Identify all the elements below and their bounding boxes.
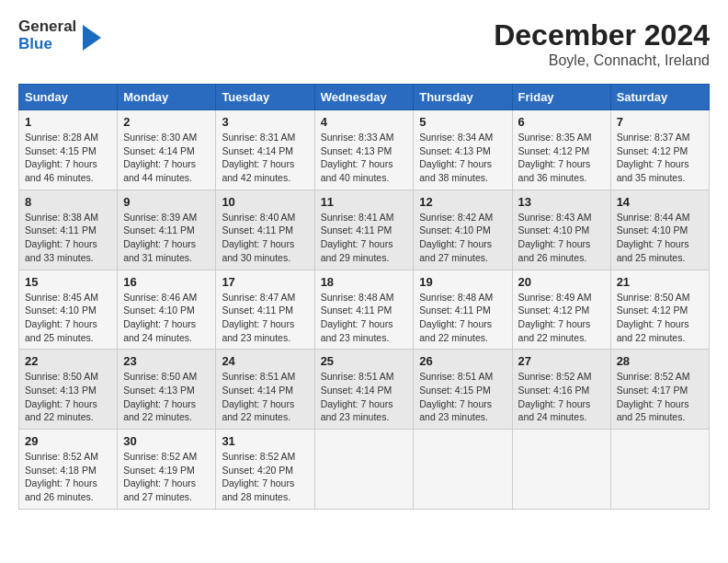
day-detail: Sunrise: 8:52 AM Sunset: 4:20 PM Dayligh… xyxy=(222,450,308,504)
daylight-minutes: and 25 minutes. xyxy=(617,252,686,263)
day-number: 28 xyxy=(617,354,703,368)
day-detail: Sunrise: 8:28 AM Sunset: 4:15 PM Dayligh… xyxy=(25,131,111,185)
sunrise-time: Sunrise: 8:41 AM xyxy=(321,212,394,223)
sunset-time: Sunset: 4:12 PM xyxy=(617,145,688,156)
calendar-cell: 10 Sunrise: 8:40 AM Sunset: 4:11 PM Dayl… xyxy=(216,190,314,270)
sunset-time: Sunset: 4:10 PM xyxy=(617,224,688,236)
column-header-saturday: Saturday xyxy=(610,85,709,110)
calendar-row: 1 Sunrise: 8:28 AM Sunset: 4:15 PM Dayli… xyxy=(19,110,710,190)
daylight-hours: Daylight: 7 hours xyxy=(25,158,97,169)
calendar-cell: 12 Sunrise: 8:42 AM Sunset: 4:10 PM Dayl… xyxy=(414,190,512,270)
sunset-time: Sunset: 4:10 PM xyxy=(518,224,590,236)
calendar-cell: 31 Sunrise: 8:52 AM Sunset: 4:20 PM Dayl… xyxy=(216,430,314,510)
day-detail: Sunrise: 8:37 AM Sunset: 4:12 PM Dayligh… xyxy=(617,131,703,185)
daylight-hours: Daylight: 7 hours xyxy=(518,238,591,249)
sunrise-time: Sunrise: 8:52 AM xyxy=(222,451,295,462)
daylight-hours: Daylight: 7 hours xyxy=(518,318,591,329)
daylight-minutes: and 22 minutes. xyxy=(419,332,488,343)
day-detail: Sunrise: 8:48 AM Sunset: 4:11 PM Dayligh… xyxy=(419,291,506,345)
sunset-time: Sunset: 4:12 PM xyxy=(617,304,688,316)
day-detail: Sunrise: 8:51 AM Sunset: 4:15 PM Dayligh… xyxy=(419,370,506,424)
sunrise-time: Sunrise: 8:40 AM xyxy=(222,212,295,223)
calendar-cell: 22 Sunrise: 8:50 AM Sunset: 4:13 PM Dayl… xyxy=(19,350,118,430)
day-detail: Sunrise: 8:48 AM Sunset: 4:11 PM Dayligh… xyxy=(321,291,408,345)
calendar-cell: 19 Sunrise: 8:48 AM Sunset: 4:11 PM Dayl… xyxy=(414,270,512,350)
daylight-hours: Daylight: 7 hours xyxy=(617,318,689,329)
day-detail: Sunrise: 8:34 AM Sunset: 4:13 PM Dayligh… xyxy=(419,131,506,185)
daylight-hours: Daylight: 7 hours xyxy=(222,238,294,249)
sunset-time: Sunset: 4:13 PM xyxy=(419,145,491,156)
daylight-hours: Daylight: 7 hours xyxy=(321,238,393,249)
sunset-time: Sunset: 4:15 PM xyxy=(25,145,97,156)
day-number: 5 xyxy=(419,115,506,129)
daylight-hours: Daylight: 7 hours xyxy=(25,238,97,249)
calendar-cell: 24 Sunrise: 8:51 AM Sunset: 4:14 PM Dayl… xyxy=(216,350,314,430)
day-number: 13 xyxy=(518,195,605,209)
daylight-minutes: and 33 minutes. xyxy=(25,252,94,263)
day-number: 4 xyxy=(321,115,408,129)
daylight-minutes: and 23 minutes. xyxy=(222,332,290,343)
sunrise-time: Sunrise: 8:50 AM xyxy=(25,371,98,382)
daylight-minutes: and 23 minutes. xyxy=(321,411,390,422)
daylight-minutes: and 44 minutes. xyxy=(123,172,192,183)
column-header-tuesday: Tuesday xyxy=(216,85,314,110)
sunrise-time: Sunrise: 8:35 AM xyxy=(518,132,592,143)
daylight-hours: Daylight: 7 hours xyxy=(419,158,492,169)
day-number: 20 xyxy=(518,275,605,289)
daylight-hours: Daylight: 7 hours xyxy=(321,158,393,169)
column-header-sunday: Sunday xyxy=(19,85,118,110)
sunrise-time: Sunrise: 8:51 AM xyxy=(222,371,295,382)
sunset-time: Sunset: 4:19 PM xyxy=(123,465,195,476)
sunrise-time: Sunrise: 8:51 AM xyxy=(321,371,394,382)
day-number: 29 xyxy=(25,434,111,448)
day-detail: Sunrise: 8:47 AM Sunset: 4:11 PM Dayligh… xyxy=(222,291,308,345)
daylight-minutes: and 31 minutes. xyxy=(123,252,192,263)
daylight-hours: Daylight: 7 hours xyxy=(518,158,591,169)
daylight-hours: Daylight: 7 hours xyxy=(419,318,492,329)
sunrise-time: Sunrise: 8:38 AM xyxy=(25,212,98,223)
daylight-minutes: and 23 minutes. xyxy=(419,411,488,422)
day-detail: Sunrise: 8:50 AM Sunset: 4:13 PM Dayligh… xyxy=(25,370,111,424)
daylight-hours: Daylight: 7 hours xyxy=(123,398,196,409)
sunset-time: Sunset: 4:16 PM xyxy=(518,385,590,396)
sunrise-time: Sunrise: 8:43 AM xyxy=(518,212,592,223)
calendar-cell: 17 Sunrise: 8:47 AM Sunset: 4:11 PM Dayl… xyxy=(216,270,314,350)
calendar-cell: 13 Sunrise: 8:43 AM Sunset: 4:10 PM Dayl… xyxy=(512,190,610,270)
daylight-hours: Daylight: 7 hours xyxy=(123,318,196,329)
day-number: 17 xyxy=(222,275,308,289)
daylight-minutes: and 40 minutes. xyxy=(321,172,390,183)
daylight-hours: Daylight: 7 hours xyxy=(518,398,591,409)
daylight-minutes: and 27 minutes. xyxy=(419,252,488,263)
sunset-time: Sunset: 4:14 PM xyxy=(222,385,293,396)
sunrise-time: Sunrise: 8:48 AM xyxy=(419,292,493,303)
day-detail: Sunrise: 8:43 AM Sunset: 4:10 PM Dayligh… xyxy=(518,211,605,265)
day-detail: Sunrise: 8:40 AM Sunset: 4:11 PM Dayligh… xyxy=(222,211,308,265)
sunrise-time: Sunrise: 8:52 AM xyxy=(518,371,592,382)
sunrise-time: Sunrise: 8:52 AM xyxy=(617,371,690,382)
daylight-hours: Daylight: 7 hours xyxy=(25,398,97,409)
day-number: 26 xyxy=(419,354,506,368)
day-detail: Sunrise: 8:50 AM Sunset: 4:13 PM Dayligh… xyxy=(123,370,210,424)
sunset-time: Sunset: 4:11 PM xyxy=(321,224,392,236)
daylight-minutes: and 36 minutes. xyxy=(518,172,587,183)
day-detail: Sunrise: 8:31 AM Sunset: 4:14 PM Dayligh… xyxy=(222,131,308,185)
calendar-table: SundayMondayTuesdayWednesdayThursdayFrid… xyxy=(18,84,710,510)
calendar-row: 29 Sunrise: 8:52 AM Sunset: 4:18 PM Dayl… xyxy=(19,430,710,510)
sunrise-time: Sunrise: 8:30 AM xyxy=(123,132,197,143)
daylight-hours: Daylight: 7 hours xyxy=(419,238,492,249)
daylight-minutes: and 29 minutes. xyxy=(321,252,390,263)
sunrise-time: Sunrise: 8:48 AM xyxy=(321,292,394,303)
daylight-hours: Daylight: 7 hours xyxy=(419,398,492,409)
calendar-cell: 4 Sunrise: 8:33 AM Sunset: 4:13 PM Dayli… xyxy=(314,110,414,190)
column-header-friday: Friday xyxy=(512,85,610,110)
calendar-cell: 16 Sunrise: 8:46 AM Sunset: 4:10 PM Dayl… xyxy=(118,270,216,350)
day-number: 31 xyxy=(222,434,308,448)
calendar-cell xyxy=(414,430,512,510)
day-detail: Sunrise: 8:51 AM Sunset: 4:14 PM Dayligh… xyxy=(321,370,408,424)
sunset-time: Sunset: 4:20 PM xyxy=(222,465,293,476)
daylight-hours: Daylight: 7 hours xyxy=(123,477,196,488)
daylight-minutes: and 27 minutes. xyxy=(123,491,192,502)
day-number: 25 xyxy=(321,354,408,368)
sunrise-time: Sunrise: 8:47 AM xyxy=(222,292,295,303)
day-detail: Sunrise: 8:49 AM Sunset: 4:12 PM Dayligh… xyxy=(518,291,605,345)
